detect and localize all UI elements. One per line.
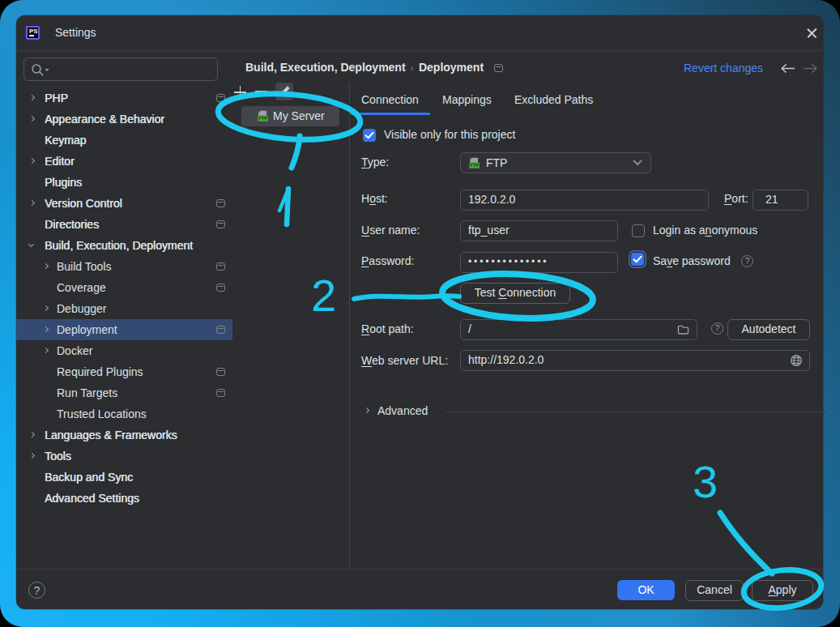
- svg-text:FTP: FTP: [470, 163, 479, 168]
- svg-text:FTP: FTP: [258, 116, 267, 121]
